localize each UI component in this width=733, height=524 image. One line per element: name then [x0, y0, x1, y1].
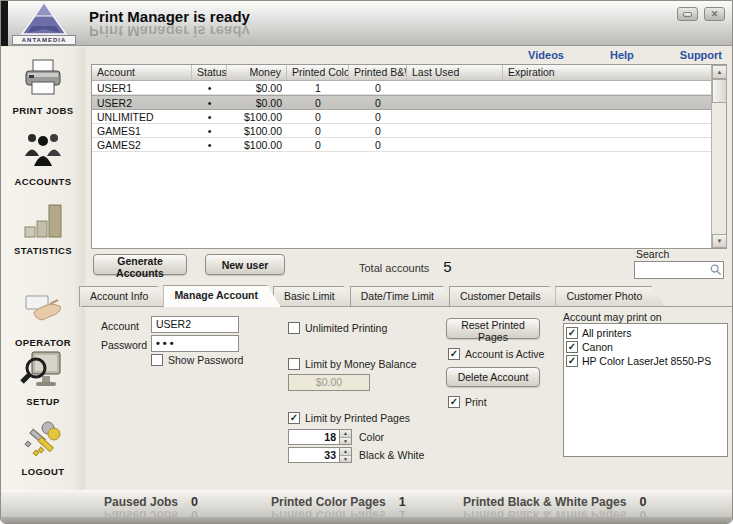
tab-date-time-limit[interactable]: Date/Time Limit — [350, 286, 457, 307]
printer-item-canon[interactable]: ✓Canon — [566, 340, 725, 354]
table-scrollbar[interactable]: ▲ ▼ — [711, 65, 726, 248]
people-icon — [1, 128, 85, 174]
table-row[interactable]: UNLIMITED•$100.0000 — [92, 110, 711, 124]
nav-link-videos[interactable]: Videos — [528, 49, 564, 61]
tab-account-info[interactable]: Account Info — [79, 286, 171, 307]
printer-item-label: Canon — [582, 341, 613, 353]
accounts-table: AccountStatusMoneyPrinted ColorPrinted B… — [91, 64, 727, 249]
sidebar-item-label: OPERATOR — [1, 337, 85, 348]
total-accounts: Total accounts 5 — [359, 258, 452, 275]
status-printed-color-pages: Printed Color Pages1Printed Color Pages1 — [271, 495, 406, 509]
show-password-checkbox[interactable]: ✓ Show Password — [151, 354, 243, 366]
bw-pages-value[interactable]: 33 — [288, 447, 339, 463]
column-header-status[interactable]: Status — [192, 65, 227, 80]
search-input[interactable] — [635, 263, 709, 277]
table-cell: • — [192, 124, 227, 137]
printers-panel-label: Account may print on — [563, 311, 662, 323]
stepper-buttons: ▲ ▼ — [339, 447, 352, 463]
column-header-printed-color[interactable]: Printed Color — [287, 65, 349, 80]
sidebar-item-setup[interactable]: SETUP — [1, 348, 85, 407]
table-cell — [407, 138, 503, 151]
print-checkbox[interactable]: ✓ Print — [448, 396, 487, 408]
account-label: Account — [101, 320, 139, 332]
scroll-up-icon[interactable]: ▲ — [712, 65, 727, 79]
column-header-money[interactable]: Money — [227, 65, 287, 80]
close-button[interactable]: ✕ — [704, 7, 725, 21]
table-cell — [407, 124, 503, 137]
sidebar-item-statistics[interactable]: STATISTICS — [1, 197, 85, 256]
unlimited-printing-checkbox[interactable]: ✓ Unlimited Printing — [288, 322, 387, 334]
status-paused-jobs: Paused Jobs0Paused Jobs0 — [104, 495, 198, 509]
scroll-thumb[interactable] — [712, 79, 727, 103]
nav-link-help[interactable]: Help — [610, 49, 634, 61]
sidebar-item-label: STATISTICS — [1, 245, 85, 256]
delete-account-button[interactable]: Delete Account — [446, 367, 540, 387]
tab-customer-photo[interactable]: Customer Photo — [555, 286, 665, 307]
column-header-last-used[interactable]: Last Used — [407, 65, 503, 80]
money-balance-field[interactable]: $0.00 — [288, 374, 370, 391]
color-pages-value[interactable]: 18 — [288, 429, 339, 445]
minimize-icon — [683, 12, 692, 17]
minimize-button[interactable] — [677, 7, 698, 21]
table-body: USER1•$0.0010USER2•$0.0000UNLIMITED•$100… — [92, 81, 711, 152]
table-cell: $0.00 — [227, 96, 287, 109]
limit-pages-checkbox[interactable]: ✓ Limit by Printed Pages — [288, 412, 410, 424]
column-header-printed-b-w[interactable]: Printed B&W — [349, 65, 407, 80]
search-icon[interactable] — [709, 263, 723, 277]
color-pages-stepper[interactable]: 18 ▲ ▼ — [288, 429, 352, 445]
stepper-down-icon[interactable]: ▼ — [340, 456, 351, 463]
search: Search — [634, 248, 724, 279]
table-cell: 0 — [287, 124, 349, 137]
sidebar-item-operator[interactable]: OPERATOR — [1, 289, 85, 348]
new-user-button[interactable]: New user — [205, 254, 285, 275]
checkbox-icon: ✓ — [566, 341, 578, 353]
scroll-down-icon[interactable]: ▼ — [712, 234, 727, 248]
color-label: Color — [359, 431, 384, 443]
sidebar-item-print-jobs[interactable]: PRINT JOBS — [1, 57, 85, 116]
total-accounts-value: 5 — [443, 258, 451, 275]
account-active-checkbox[interactable]: ✓ Account is Active — [448, 348, 544, 360]
tab-strip: Account InfoManage AccountBasic LimitDat… — [79, 285, 657, 307]
table-cell — [503, 110, 711, 123]
tab-basic-limit[interactable]: Basic Limit — [273, 286, 358, 307]
bw-pages-stepper[interactable]: 33 ▲ ▼ — [288, 447, 352, 463]
stepper-down-icon[interactable]: ▼ — [340, 438, 351, 445]
sidebar-item-accounts[interactable]: ACCOUNTS — [1, 128, 85, 187]
column-header-account[interactable]: Account — [92, 65, 192, 80]
table-row[interactable]: GAMES1•$100.0000 — [92, 124, 711, 138]
sidebar-item-logout[interactable]: LOGOUT — [1, 418, 85, 477]
generate-accounts-button[interactable]: Generate Accounts — [93, 254, 187, 275]
printer-item-all-printers[interactable]: ✓All printers — [566, 326, 725, 340]
sidebar-item-label: SETUP — [1, 396, 85, 407]
nav-link-support[interactable]: Support — [680, 49, 722, 61]
stepper-up-icon[interactable]: ▲ — [340, 448, 351, 456]
print-manager-window: ANTAMEDIA Print Manager is ready Print M… — [0, 0, 733, 524]
table-row[interactable]: USER1•$0.0010 — [92, 81, 711, 95]
stepper-up-icon[interactable]: ▲ — [340, 430, 351, 438]
limit-money-label: Limit by Money Balance — [305, 358, 416, 370]
printer-item-hp-color-laserjet-8550-ps[interactable]: ✓HP Color LaserJet 8550-PS — [566, 354, 725, 368]
table-cell — [503, 81, 711, 94]
table-row[interactable]: GAMES2•$100.0000 — [92, 138, 711, 152]
table-cell: 0 — [349, 110, 407, 123]
column-header-expiration[interactable]: Expiration — [503, 65, 711, 80]
nav-links: VideosHelpSupport — [85, 47, 733, 63]
table-cell: UNLIMITED — [92, 110, 192, 123]
checkbox-icon: ✓ — [288, 412, 300, 424]
limit-money-checkbox[interactable]: ✓ Limit by Money Balance — [288, 358, 416, 370]
account-field[interactable]: USER2 — [151, 316, 239, 333]
reset-printed-pages-button[interactable]: Reset Printed Pages — [446, 318, 540, 339]
total-accounts-label: Total accounts — [359, 262, 429, 274]
close-icon: ✕ — [711, 10, 719, 19]
password-field[interactable]: ••• — [151, 335, 239, 352]
table-cell: • — [192, 96, 227, 109]
tab-customer-details[interactable]: Customer Details — [449, 286, 564, 307]
table-cell: GAMES2 — [92, 138, 192, 151]
tab-manage-account[interactable]: Manage Account — [163, 285, 281, 307]
window-title-wrap: Print Manager is ready Print Manager is … — [89, 8, 250, 40]
checkbox-icon: ✓ — [566, 327, 578, 339]
table-cell: 0 — [349, 81, 407, 94]
table-row[interactable]: USER2•$0.0000 — [92, 95, 711, 110]
hand-card-icon — [1, 289, 85, 335]
account-active-label: Account is Active — [465, 348, 544, 360]
